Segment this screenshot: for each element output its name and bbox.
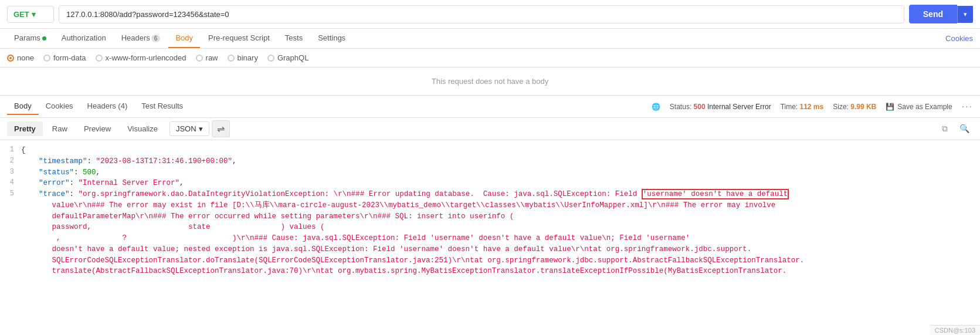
- radio-binary: [228, 55, 235, 62]
- view-tab-raw[interactable]: Raw: [45, 121, 74, 136]
- tab-tests[interactable]: Tests: [278, 29, 310, 48]
- search-icon[interactable]: 🔍: [956, 121, 973, 136]
- tab-headers[interactable]: Headers6: [114, 29, 168, 48]
- no-body-message: This request does not have a body: [0, 67, 980, 96]
- code-area[interactable]: 1 { 2 "timestamp": "2023-08-13T17:31:46.…: [0, 140, 980, 335]
- radio-graphql: [267, 55, 274, 62]
- body-type-raw[interactable]: raw: [196, 53, 218, 62]
- code-line-4: 4 "error": "Internal Server Error",: [0, 178, 980, 189]
- send-button-group: Send ▾: [909, 5, 973, 23]
- save-icon: 💾: [886, 103, 894, 111]
- status-code: 500: [694, 103, 706, 111]
- more-options-button[interactable]: ···: [962, 101, 973, 112]
- method-select[interactable]: GET ▾: [7, 6, 54, 23]
- code-line-2: 2 "timestamp": "2023-08-13T17:31:46.190+…: [0, 156, 980, 167]
- body-type-none[interactable]: none: [7, 53, 34, 62]
- size-value: 9.99 KB: [850, 103, 876, 111]
- time-value: 112 ms: [800, 103, 824, 111]
- resp-tab-cookies[interactable]: Cookies: [39, 98, 80, 115]
- globe-icon: 🌐: [652, 103, 660, 111]
- response-header: Body Cookies Headers (4) Test Results 🌐 …: [0, 96, 980, 118]
- save-as-example[interactable]: 💾 Save as Example: [886, 103, 952, 111]
- status-label: Status: 500 Internal Server Error: [670, 103, 771, 111]
- code-line-9: , ? )\r\n### Cause: java.sql.SQLExceptio…: [0, 233, 980, 244]
- size-meta: Size: 9.99 KB: [833, 103, 876, 111]
- body-types: none form-data x-www-form-urlencoded raw…: [0, 49, 980, 67]
- radio-urlencoded: [96, 55, 103, 62]
- params-dot: [42, 36, 46, 40]
- radio-none: [7, 55, 14, 62]
- time-meta: Time: 112 ms: [781, 103, 824, 111]
- view-tabs: Pretty Raw Preview Visualize JSON ▾ ⇌ ⧉ …: [0, 118, 980, 140]
- response-tabs: Body Cookies Headers (4) Test Results: [7, 98, 190, 115]
- code-line-11: SQLErrorCodeSQLExceptionTranslator.doTra…: [0, 255, 980, 266]
- tab-params[interactable]: Params: [7, 29, 53, 48]
- code-line-6: value\r\n### The error may exist in file…: [0, 200, 980, 211]
- body-type-graphql[interactable]: GraphQL: [267, 53, 308, 62]
- code-wrapper: 1 { 2 "timestamp": "2023-08-13T17:31:46.…: [0, 140, 980, 335]
- method-chevron: ▾: [32, 10, 36, 19]
- code-line-5: 5 "trace": "org.springframework.dao.Data…: [0, 189, 980, 200]
- url-bar: GET ▾ Send ▾: [0, 0, 980, 29]
- send-button[interactable]: Send: [909, 5, 957, 23]
- copy-icon[interactable]: ⧉: [938, 121, 951, 136]
- status-text: Internal Server Error: [707, 103, 771, 111]
- response-meta: 🌐 Status: 500 Internal Server Error Time…: [652, 101, 973, 112]
- cookies-link[interactable]: Cookies: [945, 29, 973, 48]
- code-line-10: doesn't have a default value; nested exc…: [0, 244, 980, 255]
- body-type-form-data[interactable]: form-data: [43, 53, 86, 62]
- url-input[interactable]: [59, 5, 904, 23]
- bottom-bar: CSDN@s:103: [930, 325, 980, 335]
- resp-tab-headers[interactable]: Headers (4): [80, 98, 135, 115]
- code-line-1: 1 {: [0, 145, 980, 156]
- method-label: GET: [13, 10, 29, 19]
- req-tabs-left: Params Authorization Headers6 Body Pre-r…: [7, 29, 352, 48]
- code-line-12: translate(AbstractFallbackSQLExceptionTr…: [0, 266, 980, 277]
- view-tab-pretty[interactable]: Pretty: [7, 121, 43, 136]
- resp-tab-body[interactable]: Body: [7, 98, 39, 115]
- tab-pre-request[interactable]: Pre-request Script: [201, 29, 277, 48]
- view-tab-visualize[interactable]: Visualize: [120, 121, 165, 136]
- view-tab-preview[interactable]: Preview: [77, 121, 118, 136]
- send-dropdown-button[interactable]: ▾: [957, 6, 973, 23]
- code-line-7: defaultParameterMap\r\n### The error occ…: [0, 211, 980, 222]
- tab-body[interactable]: Body: [168, 29, 200, 48]
- tab-settings[interactable]: Settings: [311, 29, 352, 48]
- code-line-8: password, state ) values (: [0, 222, 980, 233]
- radio-form-data: [43, 55, 50, 62]
- view-actions: ⧉ 🔍: [938, 121, 973, 136]
- headers-badge: 6: [151, 35, 161, 42]
- request-tabs: Params Authorization Headers6 Body Pre-r…: [0, 29, 980, 49]
- format-chevron: ▾: [199, 124, 203, 133]
- format-select[interactable]: JSON ▾: [169, 121, 209, 136]
- resp-tab-test-results[interactable]: Test Results: [134, 98, 190, 115]
- body-type-urlencoded[interactable]: x-www-form-urlencoded: [96, 53, 186, 62]
- radio-raw: [196, 55, 203, 62]
- highlight-username-error: 'username' doesn't have a default: [642, 189, 789, 199]
- tab-authorization[interactable]: Authorization: [55, 29, 113, 48]
- wrap-button[interactable]: ⇌: [212, 120, 230, 137]
- code-line-3: 3 "status": 500,: [0, 167, 980, 178]
- bottom-bar-text: CSDN@s:103: [935, 327, 975, 334]
- body-type-binary[interactable]: binary: [228, 53, 258, 62]
